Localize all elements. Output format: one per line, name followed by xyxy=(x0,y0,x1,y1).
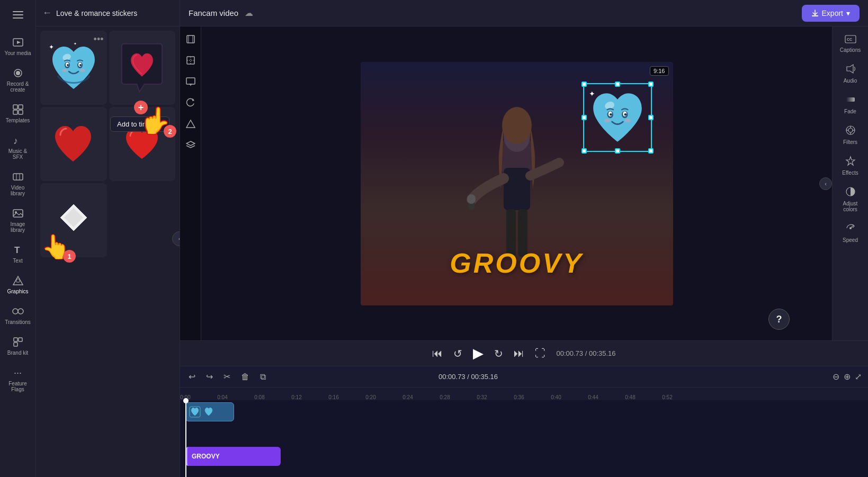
zoom-in-button[interactable]: ⊕ xyxy=(844,372,851,382)
canvas-tool-crop[interactable] xyxy=(182,31,199,48)
resize-handle-bm[interactable] xyxy=(615,148,620,154)
play-button[interactable]: ▶ xyxy=(473,345,484,362)
sidebar-item-feature-flags[interactable]: ··· Feature Flags xyxy=(2,362,34,397)
canvas-area: GROOVY ✦ ✦ xyxy=(180,26,832,340)
sidebar: Your media Record & create Templates ♪ M… xyxy=(0,0,36,477)
svg-point-63 xyxy=(610,113,612,115)
delete-button[interactable]: 🗑 xyxy=(239,370,252,384)
undo-button[interactable]: ↩ xyxy=(186,370,198,384)
right-tool-speed[interactable]: Speed xyxy=(835,219,866,247)
canvas-tool-resize[interactable] xyxy=(182,52,199,69)
right-panel-expand-button[interactable]: ‹ xyxy=(819,177,832,190)
canvas-tool-triangle[interactable] xyxy=(182,115,199,132)
resize-handle-tl[interactable] xyxy=(581,82,587,87)
svg-text:✦: ✦ xyxy=(589,89,595,97)
svg-rect-16 xyxy=(16,279,20,282)
canvas-toolbar xyxy=(180,26,201,340)
svg-marker-69 xyxy=(847,65,853,73)
video-sticker-selected[interactable]: ✦ ✦ xyxy=(583,83,652,152)
video-preview: GROOVY ✦ ✦ xyxy=(201,26,832,340)
right-tool-audio[interactable]: Audio xyxy=(835,59,866,88)
fast-forward-button[interactable]: ↻ xyxy=(494,347,503,360)
resize-handle-mr[interactable] xyxy=(648,115,654,120)
media-icon xyxy=(12,36,24,49)
save-cloud-icon[interactable]: ☁ xyxy=(245,8,253,18)
sidebar-item-text[interactable]: T Text xyxy=(2,239,34,268)
project-title: Fancam video xyxy=(189,8,238,17)
skip-back-button[interactable]: ⏮ xyxy=(432,347,443,359)
audio-icon xyxy=(845,64,856,77)
rewind-button[interactable]: ↺ xyxy=(453,347,462,360)
resize-handle-tr[interactable] xyxy=(648,82,654,87)
text-icon: T xyxy=(12,244,24,256)
canvas-tool-rotate[interactable] xyxy=(182,94,199,111)
sidebar-item-record[interactable]: Record & create xyxy=(2,62,34,97)
sidebar-label-music: Music & SFX xyxy=(4,148,32,160)
right-tool-adjust-colors[interactable]: Adjust colors xyxy=(835,182,866,217)
copy-button[interactable]: ⧉ xyxy=(258,370,268,384)
resize-handle-ml[interactable] xyxy=(581,115,587,120)
skip-forward-button[interactable]: ⏭ xyxy=(514,347,524,359)
sidebar-label-text: Text xyxy=(13,258,22,264)
back-button[interactable]: ← xyxy=(42,7,52,19)
timeline-tracks: 0:00 0:04 0:08 0:12 0:16 0:20 0:24 0:28 … xyxy=(180,388,868,477)
canvas-tool-layers[interactable] xyxy=(182,137,199,154)
svg-point-30 xyxy=(67,64,69,66)
right-tool-effects[interactable]: Effects xyxy=(835,151,866,180)
filters-label: Filters xyxy=(843,139,857,145)
sidebar-item-image-library[interactable]: Image library xyxy=(2,203,34,237)
video-sticker-svg: ✦ ✦ xyxy=(584,84,651,151)
canvas-tool-monitor[interactable] xyxy=(182,73,199,90)
sticker-track-row xyxy=(180,400,868,424)
cut-button[interactable]: ✂ xyxy=(221,370,232,384)
redo-button[interactable]: ↪ xyxy=(204,370,215,384)
graphics-icon xyxy=(12,274,24,287)
right-tool-captions[interactable]: CC Captions xyxy=(835,31,866,57)
fade-icon xyxy=(845,94,856,107)
svg-rect-53 xyxy=(467,194,476,204)
sidebar-item-transitions[interactable]: Transitions xyxy=(2,301,34,329)
sticker-ghost[interactable] xyxy=(40,183,107,257)
svg-point-17 xyxy=(13,309,18,314)
svg-marker-77 xyxy=(846,157,855,165)
video-track-row xyxy=(180,447,868,472)
sidebar-item-your-media[interactable]: Your media xyxy=(2,32,34,60)
right-tool-fade[interactable]: Fade xyxy=(835,90,866,119)
filters-icon xyxy=(845,125,856,138)
svg-rect-43 xyxy=(186,78,195,84)
resize-handle-br[interactable] xyxy=(648,148,654,154)
sticker-small-red-heart[interactable] xyxy=(109,107,176,181)
sticker-dark-heart[interactable] xyxy=(109,31,176,105)
svg-rect-5 xyxy=(19,105,23,109)
resize-handle-tm[interactable] xyxy=(615,82,620,87)
help-button[interactable]: ? xyxy=(768,309,790,330)
playhead-head xyxy=(183,398,189,403)
sticker-blue-heart[interactable]: ••• ✦ ✦ ✦ xyxy=(40,31,107,105)
svg-point-80 xyxy=(849,227,852,229)
sidebar-item-brand-kit[interactable]: Brand kit xyxy=(2,331,34,360)
record-icon xyxy=(12,67,24,79)
sticker-more-icon[interactable]: ••• xyxy=(94,34,104,45)
right-tool-filters[interactable]: Filters xyxy=(835,121,866,149)
timeline-expand-button[interactable]: ⤢ xyxy=(855,372,862,382)
sidebar-label-feature-flags: Feature Flags xyxy=(4,381,32,392)
fullscreen-button[interactable]: ⛶ xyxy=(535,347,545,359)
sidebar-label-your-media: Your media xyxy=(4,50,31,56)
speed-label: Speed xyxy=(843,237,858,243)
sidebar-item-music[interactable]: ♪ Music & SFX xyxy=(2,130,34,164)
sidebar-item-graphics[interactable]: Graphics xyxy=(2,270,34,299)
sticker-red-heart-large[interactable] xyxy=(40,107,107,181)
export-button[interactable]: Export ▾ xyxy=(802,5,860,22)
zoom-out-button[interactable]: ⊖ xyxy=(833,372,839,382)
svg-rect-37 xyxy=(187,35,194,43)
export-chevron-icon: ▾ xyxy=(846,9,850,17)
resize-handle-bl[interactable] xyxy=(581,148,587,154)
video-frame: GROOVY ✦ ✦ xyxy=(361,62,673,305)
timeline-playhead[interactable] xyxy=(185,400,186,477)
sticker-clip[interactable] xyxy=(185,402,234,421)
menu-button[interactable] xyxy=(7,4,29,25)
sidebar-label-image-library: Image library xyxy=(4,221,32,233)
sidebar-item-video-library[interactable]: Video library xyxy=(2,166,34,201)
panel-title: Love & romance stickers xyxy=(56,9,137,17)
sidebar-item-templates[interactable]: Templates xyxy=(2,99,34,128)
